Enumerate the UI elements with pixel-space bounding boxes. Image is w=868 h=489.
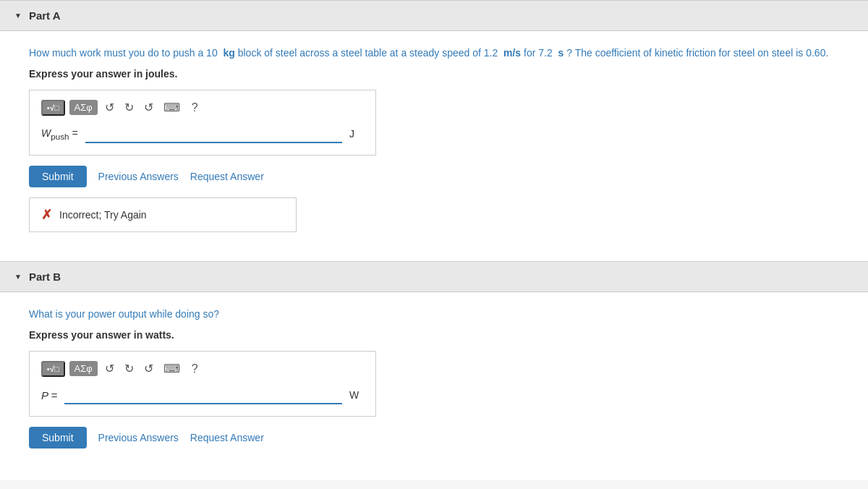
part-b-template-button[interactable]: ▪√□ <box>41 361 65 377</box>
part-a-redo-button[interactable]: ↻ <box>122 99 137 116</box>
part-a-help-button[interactable]: ? <box>187 100 203 116</box>
part-b-header[interactable]: ▼ Part B <box>0 261 868 292</box>
part-b-alpha-button[interactable]: ΑΣφ <box>69 361 98 376</box>
part-a-unit-label: J <box>349 128 364 140</box>
part-a-toolbar: ▪√□ ΑΣφ ↺ ↻ ↺ ⌨ ? <box>41 99 364 116</box>
part-a-title: Part A <box>29 9 61 22</box>
part-b-keyboard-button[interactable]: ⌨ <box>161 360 183 377</box>
part-a-incorrect-text: Incorrect; Try Again <box>59 209 147 221</box>
part-b-unit-label: W <box>349 389 364 401</box>
part-a-incorrect-box: ✗ Incorrect; Try Again <box>29 197 297 232</box>
part-a-template-icon: ▪√□ <box>47 103 59 112</box>
part-b-help-button[interactable]: ? <box>187 361 203 377</box>
part-a-submit-row: Submit Previous Answers Request Answer <box>29 166 839 187</box>
part-a-collapse-arrow[interactable]: ▼ <box>14 12 22 20</box>
part-b-redo-button[interactable]: ↻ <box>122 360 137 377</box>
part-b-title: Part B <box>29 271 61 283</box>
part-a-header[interactable]: ▼ Part A <box>0 0 868 31</box>
part-a-template-button[interactable]: ▪√□ <box>41 100 65 116</box>
part-a-keyboard-button[interactable]: ⌨ <box>161 99 183 116</box>
part-a-request-answer-link[interactable]: Request Answer <box>190 171 264 182</box>
part-a-refresh-button[interactable]: ↺ <box>141 99 156 116</box>
part-b-submit-row: Submit Previous Answers Request Answer <box>29 427 839 448</box>
part-a-undo-button[interactable]: ↺ <box>102 99 117 116</box>
part-b-refresh-button[interactable]: ↺ <box>141 360 156 377</box>
part-a-answer-box: ▪√□ ΑΣφ ↺ ↻ ↺ ⌨ ? Wpush = J <box>29 90 376 156</box>
part-a-alpha-button[interactable]: ΑΣφ <box>69 100 98 115</box>
part-b-undo-button[interactable]: ↺ <box>102 360 117 377</box>
part-b-input-row: P = W <box>41 386 364 404</box>
part-a-input-label: Wpush = <box>41 127 78 141</box>
part-b-template-icon: ▪√□ <box>47 365 59 373</box>
part-b-submit-button[interactable]: Submit <box>29 427 87 448</box>
part-a-submit-button[interactable]: Submit <box>29 166 87 187</box>
part-b-toolbar: ▪√□ ΑΣφ ↺ ↻ ↺ ⌨ ? <box>41 360 364 377</box>
part-a-input-row: Wpush = J <box>41 124 364 143</box>
part-a-previous-answers-link[interactable]: Previous Answers <box>98 171 179 182</box>
part-a-incorrect-icon: ✗ <box>41 207 52 223</box>
part-b-question: What is your power output while doing so… <box>29 307 839 322</box>
part-b-content: What is your power output while doing so… <box>0 292 868 480</box>
part-b-answer-input[interactable] <box>64 386 342 404</box>
part-b-express-label: Express your answer in watts. <box>29 329 839 341</box>
part-b-input-label: P = <box>41 389 57 401</box>
part-b-previous-answers-link[interactable]: Previous Answers <box>98 432 179 443</box>
part-b-answer-box: ▪√□ ΑΣφ ↺ ↻ ↺ ⌨ ? P = W <box>29 351 376 417</box>
part-b-collapse-arrow[interactable]: ▼ <box>14 273 22 281</box>
part-a-content: How much work must you do to push a 10 k… <box>0 31 868 254</box>
part-a-express-label: Express your answer in joules. <box>29 68 839 80</box>
part-a-question: How much work must you do to push a 10 k… <box>29 46 839 61</box>
part-a-answer-input[interactable] <box>85 124 342 143</box>
part-b-request-answer-link[interactable]: Request Answer <box>190 432 264 443</box>
